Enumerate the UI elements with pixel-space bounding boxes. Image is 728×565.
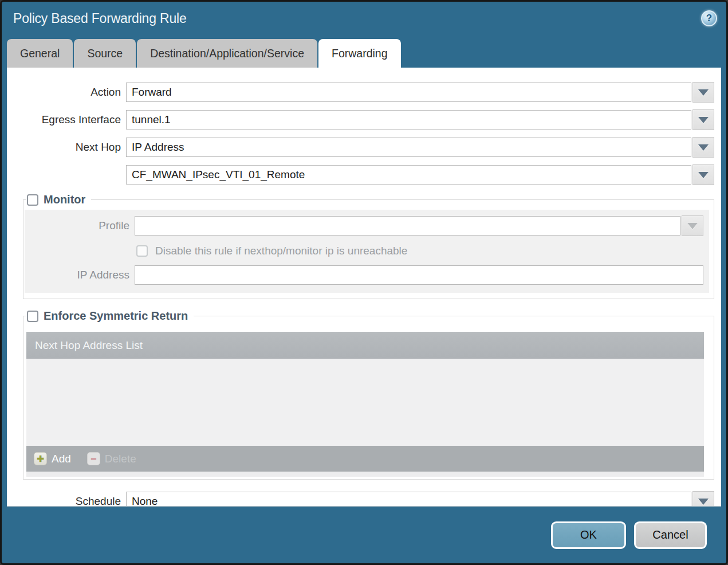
egress-interface-label: Egress Interface: [7, 113, 126, 126]
action-combo: [126, 82, 714, 103]
next-hop-address-combo: [126, 164, 714, 185]
monitor-legend-label: Monitor: [44, 193, 85, 206]
schedule-combo: [126, 491, 714, 507]
profile-combo: [135, 215, 703, 236]
enforce-symmetric-return-checkbox[interactable]: [27, 311, 38, 322]
monitor-fieldset: Monitor Profile Disable this rule if nex…: [23, 193, 714, 299]
egress-interface-combo: [126, 109, 714, 130]
schedule-input[interactable]: [126, 492, 691, 507]
enforce-symmetric-return-fieldset: Enforce Symmetric Return Next Hop Addres…: [23, 309, 714, 480]
tab-content-forwarding: Action Egress Interface Next Hop: [7, 68, 721, 507]
monitor-legend: Monitor: [26, 193, 91, 206]
chevron-down-icon: [698, 144, 709, 151]
chevron-down-icon: [698, 117, 709, 123]
dialog-footer: OK Cancel: [2, 507, 726, 563]
schedule-row: Schedule: [7, 491, 714, 507]
next-hop-address-dropdown-button[interactable]: [692, 164, 714, 185]
policy-based-forwarding-rule-dialog: Policy Based Forwarding Rule ? General S…: [0, 0, 728, 565]
next-hop-row: Next Hop: [7, 137, 714, 158]
next-hop-type-input[interactable]: [126, 138, 691, 157]
egress-interface-input[interactable]: [126, 110, 691, 130]
profile-dropdown-button: [682, 215, 703, 236]
chevron-down-icon: [698, 89, 709, 96]
next-hop-combo: [126, 137, 714, 158]
dialog-title: Policy Based Forwarding Rule: [13, 11, 187, 26]
next-hop-dropdown-button[interactable]: [692, 137, 714, 158]
monitor-ip-address-input: [135, 265, 703, 285]
tab-forwarding[interactable]: Forwarding: [318, 39, 401, 68]
profile-label: Profile: [25, 219, 135, 232]
tab-general[interactable]: General: [7, 39, 73, 68]
disable-rule-row: Disable this rule if nexthop/monitor ip …: [136, 245, 703, 257]
chevron-down-icon: [687, 223, 698, 229]
monitor-ip-address-combo: [135, 265, 703, 285]
monitor-ip-address-row: IP Address: [25, 265, 703, 285]
cancel-button[interactable]: Cancel: [634, 521, 707, 549]
next-hop-address-list-body[interactable]: [26, 359, 704, 446]
action-row: Action: [7, 82, 714, 103]
profile-input: [135, 216, 680, 236]
next-hop-address-list-footer: ✚ Add − Delete: [26, 446, 704, 472]
help-icon[interactable]: ?: [701, 10, 717, 26]
help-glyph: ?: [706, 13, 712, 24]
add-button[interactable]: ✚ Add: [34, 452, 71, 465]
minus-icon: −: [87, 452, 100, 465]
delete-button-label: Delete: [105, 453, 136, 465]
egress-interface-row: Egress Interface: [7, 109, 714, 130]
action-dropdown-button[interactable]: [692, 82, 714, 103]
next-hop-address-row: [7, 164, 714, 185]
ok-button[interactable]: OK: [551, 521, 626, 549]
schedule-dropdown-button[interactable]: [692, 491, 714, 507]
table-scrollbar-track: [26, 472, 704, 477]
disable-rule-label: Disable this rule if nexthop/monitor ip …: [155, 245, 407, 257]
tab-bar: General Source Destination/Application/S…: [2, 36, 726, 68]
disable-rule-checkbox: [136, 245, 148, 257]
enforce-symmetric-return-legend: Enforce Symmetric Return: [26, 309, 194, 323]
add-button-label: Add: [52, 453, 71, 465]
chevron-down-icon: [698, 172, 709, 178]
plus-icon: ✚: [34, 452, 47, 465]
next-hop-label: Next Hop: [7, 141, 126, 154]
action-input[interactable]: [126, 83, 691, 102]
tab-source[interactable]: Source: [74, 39, 136, 68]
next-hop-address-input[interactable]: [126, 165, 691, 185]
monitor-panel: Profile Disable this rule if nexthop/mon…: [25, 210, 709, 293]
action-label: Action: [7, 86, 126, 99]
egress-interface-dropdown-button[interactable]: [692, 109, 714, 130]
monitor-checkbox[interactable]: [27, 194, 38, 206]
next-hop-address-list-header: Next Hop Address List: [26, 332, 704, 359]
dialog-titlebar: Policy Based Forwarding Rule ?: [2, 2, 726, 36]
monitor-ip-address-label: IP Address: [25, 269, 135, 281]
enforce-symmetric-return-legend-label: Enforce Symmetric Return: [44, 309, 188, 323]
tab-destination-application-service[interactable]: Destination/Application/Service: [137, 39, 317, 68]
profile-row: Profile: [25, 215, 703, 236]
next-hop-address-list-table: Next Hop Address List ✚ Add − Delete: [26, 332, 704, 472]
delete-button: − Delete: [87, 452, 136, 465]
chevron-down-icon: [698, 499, 709, 505]
schedule-label: Schedule: [7, 495, 126, 507]
